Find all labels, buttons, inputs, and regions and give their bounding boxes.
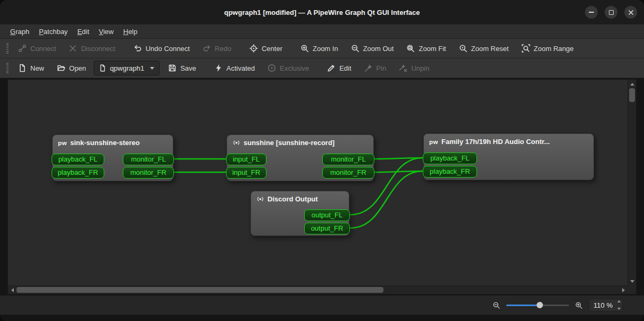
patchbay-profile-select[interactable]: qpwgraph1	[94, 61, 160, 75]
arrow-left-icon	[11, 288, 14, 292]
exclusive-icon	[267, 64, 276, 72]
new-label: New	[30, 64, 44, 72]
edit-label: Edit	[339, 64, 351, 72]
zoom-in-button[interactable]: Zoom In	[295, 41, 344, 56]
zoom-reset-button[interactable]: Zoom Reset	[454, 41, 514, 56]
undo-connect-label: Undo Connect	[146, 45, 190, 53]
vertical-scroll-thumb[interactable]	[629, 88, 635, 102]
connect-button[interactable]: Connect	[13, 41, 61, 56]
port-playback-fr[interactable]: playback_FR	[423, 166, 477, 178]
node-sink-sunshine-stereo[interactable]: pw sink-sunshine-stereo playback_FL play…	[52, 134, 173, 181]
zoom-range-icon	[522, 44, 530, 53]
menu-edit[interactable]: Edit	[72, 26, 94, 38]
arrow-down-icon	[630, 280, 634, 283]
scroll-right-button[interactable]	[619, 286, 628, 294]
zoom-out-icon	[351, 44, 359, 53]
titlebar[interactable]: qpwgraph1 [modified] — A PipeWire Graph …	[0, 0, 644, 24]
save-button[interactable]: Save	[163, 61, 202, 75]
toolbar-grip[interactable]	[6, 63, 9, 73]
port-monitor-fl[interactable]: monitor_FL	[322, 154, 374, 165]
node-header: sunshine [sunshine-record]	[227, 135, 373, 149]
graph-canvas[interactable]: pw sink-sunshine-stereo playback_FL play…	[8, 80, 628, 285]
scroll-up-button[interactable]	[628, 80, 637, 88]
menu-patchbay[interactable]: Patchbay	[34, 26, 72, 38]
zoom-percent-spinbox[interactable]: 110 %	[589, 299, 623, 311]
close-icon	[628, 10, 634, 15]
port-output-fl[interactable]: output_FL	[304, 209, 350, 221]
scroll-down-button[interactable]	[628, 277, 637, 285]
record-icon	[256, 195, 264, 203]
center-button[interactable]: Center	[244, 41, 288, 56]
spin-up-button[interactable]	[617, 300, 621, 302]
redo-button[interactable]: Redo	[197, 41, 237, 56]
toolbar-main: Connect Disconnect Undo Connect Redo	[0, 39, 644, 58]
toolbar-grip[interactable]	[6, 43, 9, 54]
pipewire-icon: pw	[58, 140, 67, 146]
undo-icon	[133, 44, 142, 53]
zoom-fit-button[interactable]: Zoom Fit	[401, 41, 451, 56]
node-sunshine[interactable]: sunshine [sunshine-record] input_FL inpu…	[227, 134, 374, 181]
menu-graph[interactable]: Graph	[5, 26, 34, 38]
disconnect-label: Disconnect	[81, 45, 115, 53]
port-playback-fl[interactable]: playback_FL	[52, 154, 104, 165]
unpin-icon	[399, 64, 407, 72]
port-monitor-fr[interactable]: monitor_FR	[322, 167, 374, 179]
activated-button[interactable]: Activated	[209, 61, 260, 75]
port-output-fr[interactable]: output_FR	[304, 223, 350, 234]
slider-handle[interactable]	[537, 302, 543, 308]
menubar: Graph Patchbay Edit View Help	[0, 24, 644, 39]
cables-layer	[8, 80, 628, 285]
statusbar: 110 %	[0, 295, 644, 315]
node-title: Family 17h/19h HD Audio Contr...	[441, 138, 550, 146]
node-discord-output[interactable]: Discord Output output_FL output_FR	[250, 191, 349, 236]
window-controls	[585, 0, 637, 24]
open-button[interactable]: Open	[52, 61, 91, 75]
port-playback-fl[interactable]: playback_FL	[423, 153, 477, 164]
app-window: qpwgraph1 [modified] — A PipeWire Graph …	[0, 0, 644, 321]
port-input-fl[interactable]: input_FL	[226, 154, 266, 165]
scroll-left-button[interactable]	[8, 286, 16, 294]
maximize-button[interactable]	[605, 6, 617, 19]
disconnect-button[interactable]: Disconnect	[63, 41, 120, 56]
pin-button[interactable]: Pin	[359, 61, 392, 75]
horizontal-scroll-thumb[interactable]	[16, 287, 383, 293]
canvas-wrap: pw sink-sunshine-stereo playback_FL play…	[0, 78, 644, 295]
pencil-icon	[327, 64, 336, 72]
graph-viewport: pw sink-sunshine-stereo playback_FL play…	[7, 79, 637, 294]
zoom-fit-label: Zoom Fit	[419, 45, 446, 53]
patchbay-profile-value: qpwgraph1	[110, 64, 144, 72]
node-header: pw Family 17h/19h HD Audio Contr...	[424, 134, 593, 148]
zoom-percent-value: 110 %	[593, 301, 613, 309]
spin-down-button[interactable]	[617, 308, 621, 310]
close-button[interactable]	[624, 6, 637, 19]
vertical-scrollbar[interactable]	[628, 80, 636, 285]
slider-fill	[506, 305, 540, 306]
node-family-hd-audio[interactable]: pw Family 17h/19h HD Audio Contr... play…	[423, 133, 594, 180]
horizontal-scrollbar[interactable]	[8, 285, 628, 294]
file-icon	[99, 64, 106, 72]
menu-help[interactable]: Help	[119, 26, 143, 38]
zoom-range-button[interactable]: Zoom Range	[516, 41, 579, 56]
port-playback-fr[interactable]: playback_FR	[52, 167, 104, 179]
minimize-button[interactable]	[585, 6, 598, 19]
new-button[interactable]: New	[13, 61, 49, 75]
open-label: Open	[69, 64, 86, 72]
zoom-in-mini-icon	[575, 301, 583, 309]
unpin-button[interactable]: Unpin	[394, 61, 434, 75]
port-monitor-fr[interactable]: monitor_FR	[123, 167, 174, 179]
zoom-slider[interactable]	[506, 300, 569, 310]
edit-button[interactable]: Edit	[322, 61, 356, 75]
node-header: Discord Output	[251, 191, 349, 205]
exclusive-button[interactable]: Exclusive	[262, 61, 314, 75]
zoom-out-mini-icon	[492, 301, 500, 309]
redo-icon	[203, 44, 211, 53]
zoom-out-button[interactable]: Zoom Out	[346, 41, 399, 56]
port-monitor-fl[interactable]: monitor_FL	[123, 154, 174, 165]
unpin-label: Unpin	[411, 64, 429, 72]
port-input-fr[interactable]: input_FR	[226, 167, 266, 179]
center-label: Center	[262, 45, 282, 53]
undo-connect-button[interactable]: Undo Connect	[128, 41, 195, 56]
pipewire-icon: pw	[429, 139, 438, 145]
menu-view[interactable]: View	[94, 26, 119, 38]
new-file-icon	[18, 64, 27, 72]
